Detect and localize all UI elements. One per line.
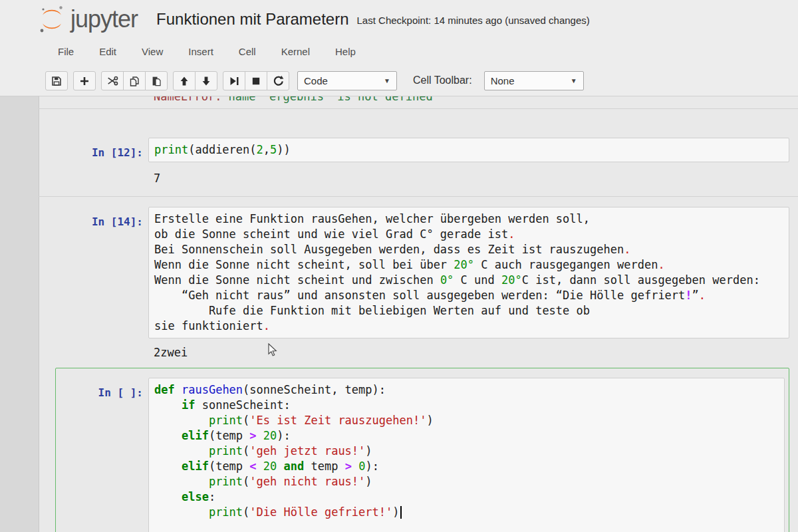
code-token: ) — [365, 444, 372, 458]
save-icon — [51, 76, 62, 86]
menu-bar: File Edit View Insert Cell Kernel Help — [0, 38, 798, 66]
code-token: 2 — [257, 143, 263, 156]
code-token: ) — [365, 475, 372, 488]
interrupt-kernel-button[interactable] — [245, 71, 267, 90]
restart-icon — [273, 75, 284, 86]
code-line: Wenn die Sonne nicht scheint und zwische… — [154, 273, 783, 288]
code-token: 20° — [501, 273, 522, 287]
code-token — [257, 429, 263, 442]
notebook-scroll-area[interactable]: NameError: name 'ergebnis' is not define… — [0, 96, 798, 532]
code-token: )) — [277, 143, 290, 156]
run-icon — [229, 76, 239, 86]
code-token — [154, 475, 209, 488]
code-token: 'Die Hölle gefriert!' — [249, 505, 392, 519]
code-cell-selected[interactable]: In [ ]: def rausGehen(sonneScheint, temp… — [55, 368, 789, 532]
code-token: , — [263, 143, 270, 156]
code-line: print('geh nicht raus!') — [154, 474, 779, 489]
arrow-up-icon — [179, 76, 190, 86]
code-line: print('Es ist Zeit rauszugehen!') — [154, 413, 779, 428]
app-header: jupyter Funktionen mit Parametern Last C… — [0, 0, 798, 38]
code-token — [257, 460, 263, 473]
copy-cell-button[interactable] — [123, 71, 146, 90]
code-token: C auch rausgegangen werden — [474, 258, 658, 271]
code-token — [154, 398, 182, 412]
output-area: 2zwei — [55, 344, 789, 362]
paste-cell-button[interactable] — [145, 71, 168, 90]
cut-cell-button[interactable] — [101, 71, 124, 90]
code-line: if sonneScheint: — [154, 398, 779, 413]
code-token: ! — [685, 289, 692, 302]
input-prompt: In [12]: — [55, 138, 148, 162]
code-token: print — [209, 505, 243, 519]
code-token: . — [658, 258, 664, 271]
caret-down-icon: ▼ — [384, 77, 390, 84]
move-button-group — [173, 71, 217, 90]
menu-item-insert[interactable]: Insert — [176, 38, 226, 66]
code-token: Erstelle eine Funktion rausGehen, welche… — [154, 212, 590, 225]
stop-icon — [251, 76, 261, 86]
code-cell-in14[interactable]: In [14]: Erstelle eine Funktion rausGehe… — [55, 207, 789, 338]
code-token: ( — [243, 444, 249, 458]
notebook-container: NameError: name 'ergebnis' is not define… — [39, 96, 798, 532]
code-token — [154, 429, 182, 442]
paste-icon — [151, 76, 162, 86]
menu-item-cell[interactable]: Cell — [226, 38, 269, 66]
code-token: 'Es ist Zeit rauszugehen!' — [249, 414, 426, 427]
code-token: 'geh jetzt raus!' — [249, 444, 365, 458]
cut-icon — [107, 75, 118, 86]
code-line: print('Die Hölle gefriert!') — [154, 505, 779, 520]
move-cell-up-button[interactable] — [173, 71, 196, 90]
checkpoint-status: Last Checkpoint: 14 minutes ago (unsaved… — [357, 15, 590, 26]
menu-item-view[interactable]: View — [129, 38, 176, 66]
code-line: elif(temp > 20): — [154, 428, 779, 444]
code-token: ): — [365, 460, 378, 473]
code-token — [175, 383, 182, 396]
code-token: elif — [182, 429, 209, 442]
cell-toolbar-select[interactable]: None ▼ — [484, 71, 584, 90]
code-token: sonneScheint: — [195, 398, 290, 412]
code-token: “Geh nicht raus” und ansonsten soll ausg… — [154, 289, 685, 302]
menu-item-kernel[interactable]: Kernel — [269, 38, 323, 66]
code-cell-in12[interactable]: In [12]: print(addieren(2,5)) — [55, 138, 789, 162]
code-token: 0 — [358, 460, 365, 473]
code-token: (sonneScheint, temp): — [243, 383, 386, 396]
code-line: elif(temp < 20 and temp > 0): — [154, 459, 779, 474]
code-token: Rufe die Funktion mit beliebigen Werten … — [154, 304, 590, 317]
code-token: print — [154, 143, 188, 156]
menu-item-edit[interactable]: Edit — [86, 38, 129, 66]
jupyter-logo[interactable]: jupyter — [39, 4, 138, 35]
code-editor[interactable]: print(addieren(2,5)) — [148, 138, 789, 162]
menu-item-help[interactable]: Help — [323, 38, 368, 66]
code-token: print — [209, 444, 243, 458]
code-line: print(addieren(2,5)) — [154, 142, 783, 158]
code-editor[interactable]: def rausGehen(sonneScheint, temp): if so… — [148, 378, 785, 532]
add-cell-icon — [79, 76, 90, 86]
code-token: (addieren( — [188, 143, 256, 156]
code-line: sie funktioniert. — [154, 319, 783, 334]
code-token — [154, 505, 209, 519]
code-token: ): — [277, 429, 290, 442]
restart-kernel-button[interactable] — [267, 71, 289, 90]
run-cell-button[interactable] — [223, 71, 245, 90]
output-text: 2zwei — [148, 344, 193, 362]
add-cell-button[interactable] — [73, 71, 96, 90]
code-token: 20° — [454, 258, 474, 271]
run-button-group — [223, 71, 289, 90]
code-token: 0° — [440, 273, 454, 287]
code-token: ) — [392, 505, 399, 519]
code-line: Wenn die Sonne nicht scheint, soll bei ü… — [154, 257, 783, 273]
move-cell-down-button[interactable] — [195, 71, 217, 90]
code-token — [154, 460, 182, 473]
code-token: ” — [692, 289, 699, 302]
code-token: Wenn die Sonne nicht scheint und zwische… — [154, 273, 440, 287]
code-token: temp — [304, 460, 344, 473]
code-line: def rausGehen(sonneScheint, temp): — [154, 382, 779, 398]
code-line: Erstelle eine Funktion rausGehen, welche… — [154, 211, 783, 227]
cell-type-select[interactable]: Code ▼ — [297, 71, 397, 90]
code-editor[interactable]: Erstelle eine Funktion rausGehen, welche… — [148, 207, 789, 338]
menu-item-file[interactable]: File — [45, 38, 86, 66]
output-text: 7 — [148, 170, 166, 188]
code-token: 5 — [270, 143, 277, 156]
notebook-title[interactable]: Funktionen mit Parametern — [156, 10, 348, 29]
save-button[interactable] — [45, 71, 68, 90]
